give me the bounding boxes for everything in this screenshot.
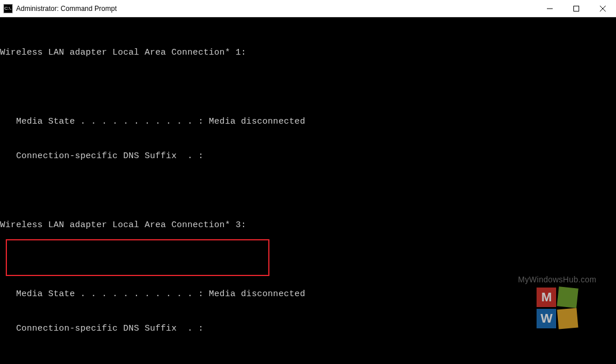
watermark-tile-yellow xyxy=(557,308,579,329)
watermark-logo: M W xyxy=(537,288,577,328)
titlebar-left: C:\. Administrator: Command Prompt xyxy=(3,4,117,13)
watermark-text: MyWindowsHub.com xyxy=(518,275,596,284)
maximize-icon xyxy=(573,6,579,12)
svg-rect-1 xyxy=(574,6,579,11)
watermark-tile-red: M xyxy=(537,288,556,307)
close-button[interactable] xyxy=(590,0,616,17)
output-line: Wireless LAN adapter Local Area Connecti… xyxy=(0,220,616,231)
minimize-button[interactable] xyxy=(537,0,563,17)
watermark: MyWindowsHub.com M W xyxy=(518,275,596,328)
window-title: Administrator: Command Prompt xyxy=(16,5,117,13)
output-line xyxy=(0,185,616,197)
minimize-icon xyxy=(547,6,553,12)
output-line xyxy=(0,254,616,266)
output-line: Media State . . . . . . . . . . . : Medi… xyxy=(0,116,616,128)
watermark-tile-blue: W xyxy=(537,309,556,328)
output-line: Connection-specific DNS Suffix . : xyxy=(0,151,616,162)
titlebar: C:\. Administrator: Command Prompt xyxy=(0,0,616,17)
output-line: Wireless LAN adapter Local Area Connecti… xyxy=(0,47,616,59)
window-controls xyxy=(537,0,616,17)
maximize-button[interactable] xyxy=(563,0,590,17)
output-line xyxy=(0,82,616,93)
close-icon xyxy=(600,6,606,12)
watermark-tile-green xyxy=(557,286,579,308)
cmd-icon: C:\. xyxy=(3,4,13,13)
output-line xyxy=(0,358,616,364)
